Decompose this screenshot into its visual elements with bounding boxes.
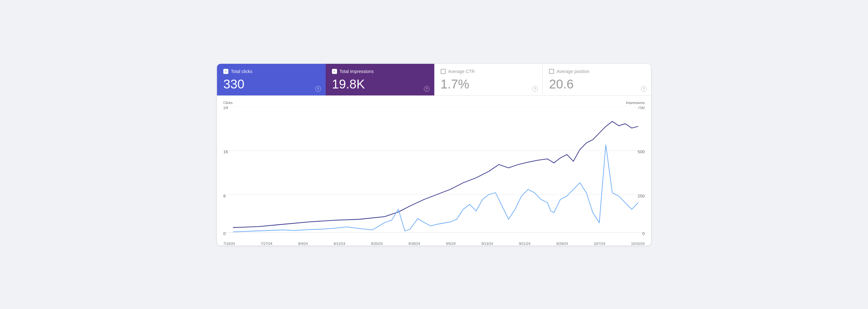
x-label-5: 8/20/24 [371,242,383,246]
checkbox-position[interactable] [549,69,554,74]
x-label-9: 9/21/24 [519,242,531,246]
svg-text:16: 16 [223,149,228,154]
metric-label-clicks: Total clicks [231,69,252,74]
metric-value-clicks: 330 [223,77,319,91]
x-label-6: 8/28/24 [408,242,420,246]
x-label-2: 7/27/24 [260,242,272,246]
impressions-line [233,121,639,227]
x-label-4: 8/12/24 [334,242,345,246]
metric-label-ctr: Average CTR [448,69,475,74]
x-label-8: 9/13/24 [482,242,493,246]
checkmark-impressions: ✓ [333,70,336,73]
help-icon-ctr[interactable]: ? [532,86,538,92]
chart-area: Clicks Impressions 24 16 8 0 750 500 250… [217,96,651,246]
svg-text:0: 0 [643,231,645,236]
line-chart: 24 16 8 0 750 500 250 0 [223,106,645,239]
x-label-7: 9/5/24 [446,242,456,246]
x-label-12: 10/15/24 [631,242,645,246]
metric-value-position: 20.6 [549,77,645,91]
metric-tile-avg-position[interactable]: Average position 20.6 ? [542,64,651,95]
metric-value-impressions: 19.8K [332,77,428,91]
metric-header-ctr: Average CTR [441,69,536,74]
metric-header-position: Average position [549,69,645,74]
svg-text:24: 24 [223,106,228,110]
checkbox-ctr[interactable] [441,69,446,74]
main-card: ✓ Total clicks 330 ? ✓ Total impressions… [217,64,651,246]
metric-label-position: Average position [557,69,589,74]
metric-label-impressions: Total impressions [340,69,374,74]
x-label-1: 7/19/24 [223,242,235,246]
metric-tile-avg-ctr[interactable]: Average CTR 1.7% ? [434,64,543,95]
svg-text:500: 500 [638,149,645,154]
metric-header-impressions: ✓ Total impressions [332,69,428,74]
metric-tile-total-impressions[interactable]: ✓ Total impressions 19.8K ? [326,64,434,95]
clicks-line [233,144,639,231]
svg-text:750: 750 [638,106,645,110]
metric-tile-total-clicks[interactable]: ✓ Total clicks 330 ? [217,64,326,95]
help-icon-position[interactable]: ? [641,86,647,92]
svg-text:8: 8 [223,193,225,198]
metric-header-clicks: ✓ Total clicks [223,69,319,74]
svg-text:0: 0 [223,231,225,236]
left-axis-title: Clicks [223,101,232,104]
help-icon-clicks[interactable]: ? [315,86,321,92]
x-label-3: 8/4/24 [298,242,308,246]
metrics-row: ✓ Total clicks 330 ? ✓ Total impressions… [217,64,651,96]
help-icon-impressions[interactable]: ? [424,86,430,92]
x-label-10: 9/29/24 [556,242,568,246]
checkmark-clicks: ✓ [224,70,227,73]
svg-text:250: 250 [638,193,645,198]
x-label-11: 10/7/24 [594,242,606,246]
metric-value-ctr: 1.7% [441,77,536,91]
right-axis-title: Impressions [626,101,645,104]
checkbox-clicks[interactable]: ✓ [223,69,228,74]
checkbox-impressions[interactable]: ✓ [332,69,337,74]
